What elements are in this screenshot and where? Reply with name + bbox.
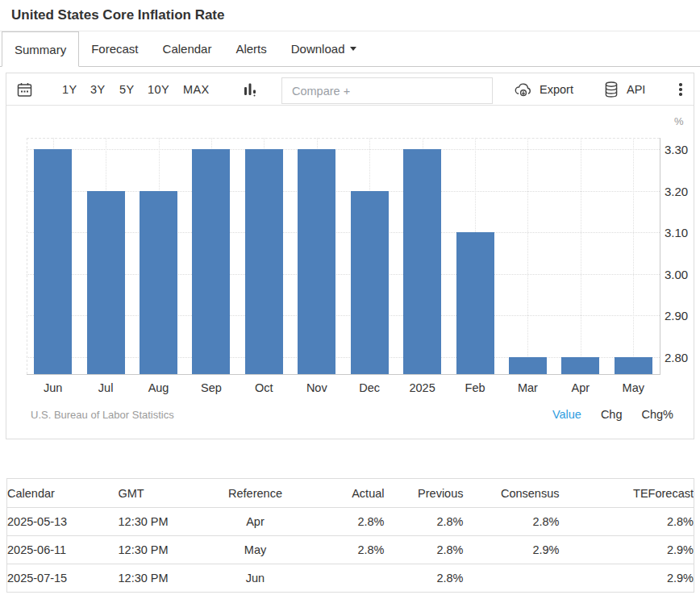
tab-summary[interactable]: Summary xyxy=(2,31,79,67)
column-header-actual: Actual xyxy=(304,479,385,508)
bar-may[interactable] xyxy=(615,357,652,374)
api-label: API xyxy=(627,83,645,96)
table-cell-previous: 2.8% xyxy=(385,536,464,564)
bar-jun[interactable] xyxy=(34,149,72,374)
y-axis-tick-label: 2.90 xyxy=(665,309,688,322)
x-gridline xyxy=(527,138,528,374)
table-cell-actual: 2.8% xyxy=(304,508,385,536)
table-cell-calendar: 2025-05-13 xyxy=(7,508,119,536)
bar-jul[interactable] xyxy=(87,191,125,374)
mode-link-value[interactable]: Value xyxy=(552,408,581,421)
y-axis-tick-label: 3.20 xyxy=(665,185,688,198)
kebab-menu-icon[interactable] xyxy=(677,81,684,98)
chart-type-bars-icon[interactable] xyxy=(242,82,258,98)
x-axis-tick-label: Feb xyxy=(448,381,502,394)
table-cell-previous: 2.8% xyxy=(385,564,464,593)
x-axis-line xyxy=(27,374,660,375)
bar-apr[interactable] xyxy=(561,357,599,374)
x-axis-tick-label: Jul xyxy=(79,381,132,394)
database-icon xyxy=(602,81,620,98)
y-axis-tick-label: 3.00 xyxy=(665,268,688,281)
mode-link-chg-pct[interactable]: Chg% xyxy=(642,408,674,421)
table-cell-reference: May xyxy=(207,536,304,564)
x-axis-tick-label: Oct xyxy=(237,381,290,394)
bar-sep[interactable] xyxy=(192,149,230,374)
x-axis-tick-label: Mar xyxy=(501,381,554,394)
table-cell-gmt: 12:30 PM xyxy=(119,508,207,536)
x-axis-tick-label: Apr xyxy=(554,381,607,394)
table-cell-previous: 2.8% xyxy=(385,508,464,536)
table-cell-actual xyxy=(304,564,385,593)
table-row: 2025-06-1112:30 PMMay2.8%2.8%2.9%2.9% xyxy=(7,536,694,564)
table-cell-teforecast: 2.8% xyxy=(560,508,694,536)
calendar-table-header: CalendarGMTReferenceActualPreviousConsen… xyxy=(7,479,694,508)
range-button-10y[interactable]: 10Y xyxy=(148,83,169,96)
date-range-calendar-icon[interactable] xyxy=(16,81,33,98)
x-axis-tick-label: Aug xyxy=(132,381,185,394)
bar-oct[interactable] xyxy=(245,149,283,374)
column-header-reference: Reference xyxy=(207,479,304,508)
chart-area: 3.303.203.103.002.902.80JunJulAugSepOctN… xyxy=(6,106,694,439)
compare-input[interactable] xyxy=(281,77,493,104)
table-row: 2025-05-1312:30 PMApr2.8%2.8%2.8%2.8% xyxy=(7,508,694,536)
x-gridline xyxy=(633,138,634,374)
tab-label: Forecast xyxy=(91,42,138,56)
x-axis-tick-label: May xyxy=(606,381,660,394)
calendar-table: CalendarGMTReferenceActualPreviousConsen… xyxy=(6,478,694,593)
bar-aug[interactable] xyxy=(140,191,177,374)
column-header-consensus: Consensus xyxy=(464,479,560,508)
table-row: 2025-07-1512:30 PMJun2.8%2.9% xyxy=(7,564,694,593)
plot-border-left xyxy=(27,138,27,374)
range-button-3y[interactable]: 3Y xyxy=(90,83,106,96)
range-button-1y[interactable]: 1Y xyxy=(62,83,77,96)
tab-label: Download xyxy=(291,42,345,56)
chart-mode-switch: ValueChgChg% xyxy=(552,408,673,421)
tab-download[interactable]: Download xyxy=(279,31,369,66)
table-cell-consensus: 2.8% xyxy=(464,508,560,536)
table-cell-gmt: 12:30 PM xyxy=(119,536,207,564)
bar-mar[interactable] xyxy=(509,357,547,374)
caret-down-icon xyxy=(350,47,356,51)
tab-bar: SummaryForecastCalendarAlertsDownload xyxy=(0,31,700,67)
x-axis-tick-label: Jun xyxy=(27,381,80,394)
table-cell-calendar: 2025-06-11 xyxy=(7,536,119,564)
cloud-download-icon xyxy=(514,81,533,98)
x-gridline xyxy=(581,138,581,374)
export-label: Export xyxy=(540,83,573,96)
table-cell-consensus xyxy=(464,564,560,593)
export-button[interactable]: Export xyxy=(514,81,573,98)
table-cell-teforecast: 2.9% xyxy=(560,536,694,564)
range-button-5y[interactable]: 5Y xyxy=(119,83,135,96)
page-header: United States Core Inflation Rate xyxy=(0,0,700,31)
tab-forecast[interactable]: Forecast xyxy=(79,31,150,66)
table-cell-reference: Jun xyxy=(207,564,304,593)
range-button-max[interactable]: MAX xyxy=(183,83,210,96)
api-button[interactable]: API xyxy=(602,81,645,98)
bar-feb[interactable] xyxy=(456,232,494,374)
tab-label: Summary xyxy=(15,43,66,56)
page-title: United States Core Inflation Rate xyxy=(11,7,224,23)
bar-dec[interactable] xyxy=(351,191,389,374)
bar-2025[interactable] xyxy=(403,149,441,374)
tab-alerts[interactable]: Alerts xyxy=(223,31,278,66)
y-axis-tick-label: 3.10 xyxy=(665,226,688,239)
x-axis-tick-label: Sep xyxy=(185,381,238,394)
column-header-calendar: Calendar xyxy=(7,479,119,508)
table-cell-calendar: 2025-07-15 xyxy=(7,564,119,593)
chart-card: 1Y3Y5Y10YMAX Export xyxy=(6,73,694,439)
mode-link-chg[interactable]: Chg xyxy=(601,408,623,421)
tab-label: Calendar xyxy=(163,42,212,56)
y-gridline xyxy=(27,149,660,150)
column-header-teforecast: TEForecast xyxy=(560,479,694,508)
tab-label: Alerts xyxy=(235,42,266,56)
chart-source: U.S. Bureau of Labor Statistics xyxy=(31,409,174,421)
table-cell-teforecast: 2.9% xyxy=(560,564,694,593)
x-axis-tick-label: 2025 xyxy=(396,381,449,394)
bar-nov[interactable] xyxy=(298,149,335,374)
calendar-table-body: 2025-05-1312:30 PMApr2.8%2.8%2.8%2.8%202… xyxy=(7,508,694,593)
y-axis-line xyxy=(660,138,660,374)
plot-border-top xyxy=(27,138,660,139)
x-axis-tick-label: Dec xyxy=(343,381,396,394)
tab-calendar[interactable]: Calendar xyxy=(151,31,224,66)
table-cell-consensus: 2.9% xyxy=(464,536,560,564)
